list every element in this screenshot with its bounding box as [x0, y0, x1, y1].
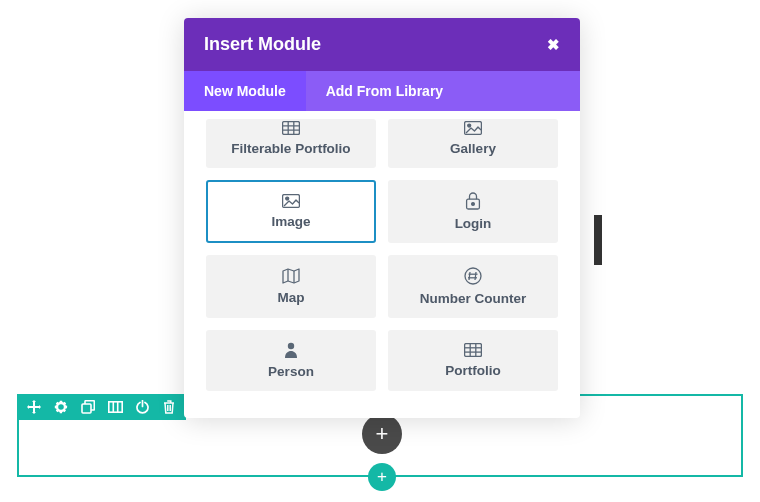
modal-header: Insert Module ✖	[184, 18, 580, 71]
hash-icon	[464, 267, 482, 285]
module-label: Gallery	[450, 141, 496, 156]
image-icon	[282, 194, 300, 208]
module-portfolio[interactable]: Portfolio	[388, 330, 558, 391]
module-grid: Filterable Portfolio Gallery	[206, 119, 558, 391]
module-number-counter[interactable]: Number Counter	[388, 255, 558, 318]
module-label: Login	[455, 216, 492, 231]
move-icon[interactable]	[26, 399, 42, 415]
add-section-button[interactable]: +	[368, 463, 396, 491]
svg-rect-25	[108, 402, 121, 412]
map-icon	[282, 268, 300, 284]
svg-point-8	[286, 197, 289, 200]
trash-icon[interactable]	[161, 399, 177, 415]
module-label: Number Counter	[420, 291, 527, 306]
svg-point-13	[465, 268, 481, 284]
module-image[interactable]: Image	[206, 180, 376, 243]
background-handle	[594, 215, 602, 265]
close-icon[interactable]: ✖	[547, 36, 560, 54]
grid-icon	[464, 343, 482, 357]
modal-tabs: New Module Add From Library	[184, 71, 580, 111]
module-label: Image	[271, 214, 310, 229]
insert-module-modal: Insert Module ✖ New Module Add From Libr…	[184, 18, 580, 418]
module-login[interactable]: Login	[388, 180, 558, 243]
module-label: Person	[268, 364, 314, 379]
svg-point-6	[468, 124, 471, 127]
svg-point-10	[472, 203, 475, 206]
plus-icon: +	[377, 467, 387, 487]
add-module-button[interactable]: +	[362, 414, 402, 454]
grid-icon	[282, 121, 300, 135]
image-icon	[464, 121, 482, 135]
svg-point-18	[288, 343, 294, 349]
module-label: Filterable Portfolio	[231, 141, 350, 156]
svg-rect-24	[82, 404, 91, 413]
person-icon	[284, 342, 298, 358]
power-icon[interactable]	[134, 399, 150, 415]
modal-body: Filterable Portfolio Gallery	[184, 111, 580, 415]
module-map[interactable]: Map	[206, 255, 376, 318]
module-filterable-portfolio[interactable]: Filterable Portfolio	[206, 119, 376, 168]
tab-add-from-library[interactable]: Add From Library	[306, 71, 463, 111]
svg-rect-19	[465, 344, 482, 357]
duplicate-icon[interactable]	[80, 399, 96, 415]
plus-icon: +	[376, 421, 389, 447]
module-label: Map	[278, 290, 305, 305]
module-person[interactable]: Person	[206, 330, 376, 391]
gear-icon[interactable]	[53, 399, 69, 415]
svg-line-15	[475, 272, 476, 280]
module-label: Portfolio	[445, 363, 501, 378]
svg-line-14	[469, 272, 470, 280]
module-gallery[interactable]: Gallery	[388, 119, 558, 168]
section-toolbar	[17, 394, 186, 420]
modal-title: Insert Module	[204, 34, 321, 55]
lock-icon	[465, 192, 481, 210]
tab-new-module[interactable]: New Module	[184, 71, 306, 111]
columns-icon[interactable]	[107, 399, 123, 415]
svg-rect-0	[283, 122, 300, 135]
